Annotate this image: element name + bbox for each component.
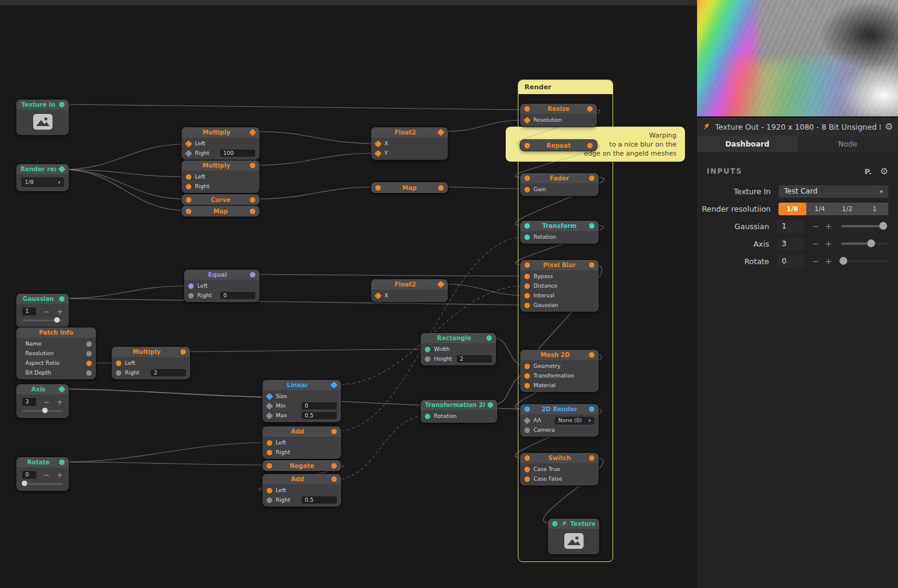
linear-output-port[interactable] <box>331 382 338 389</box>
rectangle-output-port[interactable] <box>486 335 492 341</box>
add-2-output-port[interactable] <box>331 476 337 482</box>
equal-in-right[interactable] <box>188 293 194 299</box>
multiply-1-in-left[interactable] <box>185 140 193 147</box>
node-fader[interactable]: FaderGain <box>520 173 599 196</box>
pixel-blur-in-interval[interactable] <box>524 293 530 299</box>
rotate-decrement-button[interactable]: − <box>43 472 49 478</box>
switch-in-case true[interactable] <box>524 467 530 472</box>
resize-in-resolution[interactable] <box>524 116 531 124</box>
pixel-blur-input-port[interactable] <box>524 262 530 268</box>
texture-in-select[interactable]: Test Card ▾ <box>779 185 888 198</box>
gaussian-slider[interactable] <box>22 317 63 324</box>
equal-in-left[interactable] <box>188 283 194 289</box>
axis-slider[interactable] <box>22 408 63 414</box>
fader-output-port[interactable] <box>589 175 594 181</box>
multiply-2-in-right[interactable] <box>186 184 191 189</box>
rotate-increment-button[interactable]: + <box>822 256 835 266</box>
patch-info-out-aspect ratio[interactable] <box>86 361 92 366</box>
gear-icon[interactable]: ⚙ <box>885 122 893 131</box>
node-map-1[interactable]: Map <box>182 206 260 217</box>
linear-in-max[interactable] <box>266 412 273 419</box>
rotate-increment-button[interactable]: + <box>57 472 63 478</box>
mesh-2d-in-transformation[interactable] <box>524 373 530 379</box>
float2-2-output-port[interactable] <box>438 281 445 288</box>
equal-output-port[interactable] <box>250 272 255 277</box>
negate-input-port[interactable] <box>267 463 272 469</box>
render-resolution-dropdown[interactable]: 1/8▾ <box>21 177 64 187</box>
rotate-value-field[interactable]: 0 <box>777 255 804 268</box>
render-resolution-output-port[interactable] <box>59 166 66 173</box>
axis-increment-button[interactable]: + <box>57 399 63 405</box>
tab-dashboard[interactable]: Dashboard <box>697 136 798 152</box>
texture-in-output-port[interactable] <box>59 102 65 107</box>
segment-1[interactable]: 1 <box>861 203 889 215</box>
add-2-in-left[interactable] <box>267 488 272 493</box>
node-render-2d[interactable]: 2D RenderAANone (0)▾Camera <box>520 404 599 437</box>
axis-value-field[interactable]: 3 <box>22 398 36 406</box>
pixel-blur-output-port[interactable] <box>589 262 594 268</box>
mesh-2d-output-port[interactable] <box>589 352 594 358</box>
multiply-1-output-port[interactable] <box>249 129 256 136</box>
gaussian-value-field[interactable]: 1 <box>777 220 804 233</box>
gaussian-slider[interactable] <box>841 222 888 230</box>
multiply-2-in-left[interactable] <box>186 174 191 180</box>
node-repeat[interactable]: Repeat <box>520 140 597 151</box>
linear-min-value-field[interactable]: 0 <box>302 402 337 409</box>
inputs-gear-icon[interactable]: ⚙ <box>880 167 888 176</box>
node-map-2[interactable]: Map <box>371 182 448 193</box>
node-axis[interactable]: Axis3−+ <box>16 384 69 418</box>
gaussian-increment-button[interactable]: + <box>822 221 835 231</box>
switch-input-port[interactable] <box>524 455 530 461</box>
rectangle-height-value-field[interactable]: 2 <box>457 355 492 362</box>
fader-in-gain[interactable] <box>524 187 530 192</box>
node-graph-canvas[interactable]: Render Warping to a nice blur on the edg… <box>0 0 697 588</box>
curve-input-port[interactable] <box>186 197 191 203</box>
patch-info-out-name[interactable] <box>86 341 92 347</box>
multiply-1-in-right[interactable] <box>185 150 193 157</box>
render-2d-aa-dropdown[interactable]: None (0)▾ <box>555 417 594 425</box>
gaussian-output-port[interactable] <box>59 296 65 302</box>
map-1-output-port[interactable] <box>250 209 255 214</box>
node-multiply-2[interactable]: MultiplyLeftRight <box>182 160 260 193</box>
transformation-2d-output-port[interactable] <box>488 402 493 408</box>
multiply-3-in-right[interactable] <box>116 370 121 376</box>
linear-max-value-field[interactable]: 0.5 <box>302 412 337 419</box>
slider-knob[interactable] <box>867 239 875 247</box>
transform-output-port[interactable] <box>589 223 594 229</box>
node-add-2[interactable]: AddLeftRight0.5 <box>263 474 341 507</box>
multiply-2-output-port[interactable] <box>250 163 255 168</box>
float2-1-in-y[interactable] <box>375 150 382 157</box>
rotate-value-field[interactable]: 0 <box>22 471 36 479</box>
node-render-resolution[interactable]: Render resolut...1/8▾ <box>16 164 69 191</box>
node-resize[interactable]: ResizeResolution <box>520 104 597 127</box>
add-1-output-port[interactable] <box>331 429 337 434</box>
map-1-input-port[interactable] <box>186 209 191 214</box>
node-patch-info[interactable]: Patch InfoNameResolutionAspect RatioBit … <box>16 327 96 379</box>
add-1-in-right[interactable] <box>267 450 272 455</box>
axis-increment-button[interactable]: + <box>822 239 835 248</box>
axis-output-port[interactable] <box>59 386 66 393</box>
node-float2-1[interactable]: Float2XY <box>371 127 448 160</box>
render-2d-output-port[interactable] <box>589 406 594 412</box>
float2-2-in-x[interactable] <box>375 292 382 299</box>
pixel-blur-in-distance[interactable] <box>524 283 530 289</box>
render-2d-input-port[interactable] <box>524 406 530 412</box>
slider-knob[interactable] <box>879 222 887 230</box>
resize-output-port[interactable] <box>587 106 593 112</box>
linear-in-min[interactable] <box>266 402 273 409</box>
resize-input-port[interactable] <box>524 106 530 112</box>
multiply-1-right-value-field[interactable]: 100 <box>220 150 255 157</box>
axis-decrement-button[interactable]: − <box>809 239 823 248</box>
segment-1-8[interactable]: 1/8 <box>779 203 806 215</box>
rotate-slider[interactable] <box>22 481 63 487</box>
gaussian-value-field[interactable]: 1 <box>22 308 36 315</box>
node-transformation-2d[interactable]: Transformation 2DRotation <box>421 400 497 423</box>
node-multiply-1[interactable]: MultiplyLeftRight100 <box>182 127 260 160</box>
negate-output-port[interactable] <box>331 463 337 469</box>
node-switch[interactable]: SwitchCase TrueCase False <box>520 453 599 485</box>
node-gaussian[interactable]: Gaussian1−+ <box>16 294 69 327</box>
node-pixel-blur[interactable]: Pixel BlurBypassDistanceIntervalGaussian <box>520 260 599 312</box>
multiply-3-output-port[interactable] <box>180 349 186 355</box>
axis-value-field[interactable]: 3 <box>777 238 804 250</box>
gaussian-decrement-button[interactable]: − <box>809 221 823 231</box>
